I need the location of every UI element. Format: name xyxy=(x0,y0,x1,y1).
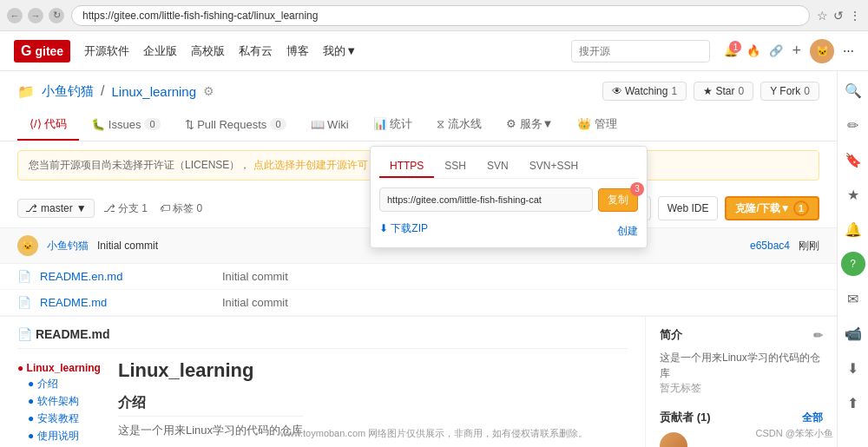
download-zip-link[interactable]: ⬇ 下载ZIP xyxy=(379,221,428,236)
rs-star-icon[interactable]: ★ xyxy=(841,182,865,207)
toc-arch-link[interactable]: ● 软件架构 xyxy=(28,395,79,407)
tab-issues-label: 🐛 Issues xyxy=(91,118,141,131)
nav-enterprise[interactable]: 企业版 xyxy=(143,43,177,59)
tab-wiki[interactable]: 📖 Wiki xyxy=(299,109,361,141)
nav-opensource[interactable]: 开源软件 xyxy=(84,43,129,59)
brief-edit-icon[interactable]: ✏ xyxy=(813,329,823,342)
separator: / xyxy=(101,83,104,99)
rs-bookmark-icon[interactable]: 🔖 xyxy=(841,148,865,172)
refresh-icon: ↺ xyxy=(833,9,844,23)
repo-header: 📁 小鱼钓猫 / Linux_learning ⚙ 👁 Watching 1 ★… xyxy=(0,71,837,141)
tab-services[interactable]: ⚙ 服务▼ xyxy=(494,109,565,141)
brief-label: 简介 xyxy=(660,327,682,343)
flame-icon: 🔥 xyxy=(746,44,760,57)
share-icon: 🔗 xyxy=(769,44,783,57)
branch-name: master xyxy=(41,202,73,214)
tags-count[interactable]: 🏷 标签 0 xyxy=(160,201,202,216)
forward-button[interactable]: → xyxy=(28,8,43,23)
tab-wiki-label: 📖 Wiki xyxy=(311,118,349,131)
toc-main-link[interactable]: ● Linux_learning xyxy=(17,362,101,374)
clone-tabs: HTTPS SSH SVN SVN+SSH xyxy=(379,155,638,179)
repo-title: 📁 小鱼钓猫 / Linux_learning ⚙ xyxy=(17,83,214,100)
license-link[interactable]: 点此选择并创建开源许可 xyxy=(253,159,368,171)
readme-toc: ● Linux_learning ● 介绍 ● 软件架构 ● 安装教程 ● 使用… xyxy=(17,359,101,447)
nav-mine[interactable]: 我的▼ xyxy=(323,43,357,59)
clone-url-input[interactable] xyxy=(379,187,593,212)
repo-name-link[interactable]: Linux_learning xyxy=(111,84,196,99)
tab-manage[interactable]: 👑 管理 xyxy=(565,109,629,141)
rs-down-icon[interactable]: ⬇ xyxy=(841,356,865,380)
repo-owner-link[interactable]: 小鱼钓猫 xyxy=(42,83,94,100)
clone-copy-button[interactable]: 复制 3 xyxy=(598,188,638,212)
tab-issues[interactable]: 🐛 Issues 0 xyxy=(79,109,172,141)
clone-dropdown: HTTPS SSH SVN SVN+SSH 复制 3 ⬇ 下载ZIP 创建 xyxy=(370,146,648,248)
branch-icon: ⎇ xyxy=(25,202,37,214)
repo-title-row: 📁 小鱼钓猫 / Linux_learning ⚙ 👁 Watching 1 ★… xyxy=(17,82,819,101)
file-name-readme[interactable]: README.md xyxy=(40,296,214,309)
clone-tab-ssh[interactable]: SSH xyxy=(434,155,477,178)
refresh-button[interactable]: ↻ xyxy=(49,8,64,23)
nav-blog[interactable]: 博客 xyxy=(286,43,309,59)
contributor-avatar-1[interactable] xyxy=(660,432,687,447)
menu-icon: ⋮ xyxy=(849,9,861,23)
rs-bell-icon[interactable]: 🔔 xyxy=(841,217,865,241)
tab-prs[interactable]: ⇅ Pull Requests 0 xyxy=(173,109,299,141)
rs-msg-icon[interactable]: ✉ xyxy=(841,286,865,311)
logo-g: G xyxy=(21,43,31,59)
toc-usage-link[interactable]: ● 使用说明 xyxy=(28,430,79,442)
tab-code[interactable]: ⟨/⟩ 代码 xyxy=(17,109,79,141)
address-bar[interactable]: https://gitee.com/little-fish-fishing-ca… xyxy=(71,5,810,26)
branches-count[interactable]: ⎇ 分支 1 xyxy=(103,201,148,216)
clone-button[interactable]: 克隆/下载▼ 1 xyxy=(725,196,819,220)
readme-header-text: 📄 README.md xyxy=(17,327,109,341)
star-button[interactable]: ★ Star 0 xyxy=(694,82,753,101)
rs-search-icon[interactable]: 🔍 xyxy=(841,78,865,102)
user-avatar[interactable]: 🐱 xyxy=(810,39,834,63)
file-list: 📄 README.en.md Initial commit 📄 README.m… xyxy=(0,264,837,317)
branch-select[interactable]: ⎇ master ▼ xyxy=(17,199,95,218)
tab-issues-badge: 0 xyxy=(144,118,160,130)
nav-private[interactable]: 私有云 xyxy=(239,43,273,59)
fork-button[interactable]: Y Fork 0 xyxy=(760,82,819,101)
toc-intro-link[interactable]: ● 介绍 xyxy=(28,378,58,390)
tab-pipeline[interactable]: ⧖ 流水线 xyxy=(424,109,494,141)
repo-actions: 👁 Watching 1 ★ Star 0 Y Fork 0 xyxy=(602,82,819,101)
clone-url-row: 复制 3 xyxy=(379,187,638,212)
commit-hash[interactable]: e65bac4 xyxy=(750,240,790,252)
tab-prs-label: ⇅ Pull Requests xyxy=(185,118,267,131)
tab-code-label: ⟨/⟩ 代码 xyxy=(30,116,67,132)
sidebar-brief-title: 简介 ✏ xyxy=(660,327,823,343)
nav-university[interactable]: 高校版 xyxy=(191,43,225,59)
repo-icon: 📁 xyxy=(17,83,35,100)
brief-desc: 这是一个用来Linux学习的代码的仓库 xyxy=(660,350,823,381)
watching-button[interactable]: 👁 Watching 1 xyxy=(602,82,687,101)
commit-user[interactable]: 小鱼钓猫 xyxy=(47,239,89,253)
contributors-title-row: 贡献者 (1) 全部 xyxy=(660,410,823,425)
clone-tab-svn[interactable]: SVN xyxy=(477,155,519,178)
clone-bottom-row: ⬇ 下载ZIP 创建 xyxy=(379,219,638,239)
main-content: 📁 小鱼钓猫 / Linux_learning ⚙ 👁 Watching 1 ★… xyxy=(0,71,868,447)
nav-search xyxy=(571,40,710,62)
notification-bell[interactable]: 🔔 1 xyxy=(724,44,738,57)
contributors-all-link[interactable]: 全部 xyxy=(802,411,823,425)
gitee-logo[interactable]: G gitee xyxy=(14,40,70,62)
settings-icon[interactable]: ⚙ xyxy=(203,84,214,98)
create-link[interactable]: 创建 xyxy=(617,225,638,237)
watching-label: 👁 Watching xyxy=(612,85,668,97)
brief-tags: 暂无标签 xyxy=(660,381,823,396)
rs-up-icon[interactable]: ⬆ xyxy=(841,391,865,415)
readme-intro-text: 这是一个用来Linux学习的代码的仓库 xyxy=(118,422,303,440)
clone-tab-https[interactable]: HTTPS xyxy=(379,155,434,178)
back-button[interactable]: ← xyxy=(7,8,23,23)
file-name-readme-en[interactable]: README.en.md xyxy=(40,270,214,283)
web-ide-button[interactable]: Web IDE xyxy=(658,196,719,220)
tab-stats[interactable]: 📊 统计 xyxy=(361,109,425,141)
clone-badge: 1 xyxy=(793,200,809,216)
rs-edit-icon[interactable]: ✏ xyxy=(841,113,865,137)
plus-button[interactable]: + xyxy=(792,42,801,60)
search-input[interactable] xyxy=(571,40,710,62)
toc-install-link[interactable]: ● 安装教程 xyxy=(28,412,79,424)
clone-tab-svn-ssh[interactable]: SVN+SSH xyxy=(519,155,589,178)
rs-chat-icon[interactable]: ? xyxy=(841,252,865,276)
rs-video-icon[interactable]: 📹 xyxy=(841,321,865,345)
